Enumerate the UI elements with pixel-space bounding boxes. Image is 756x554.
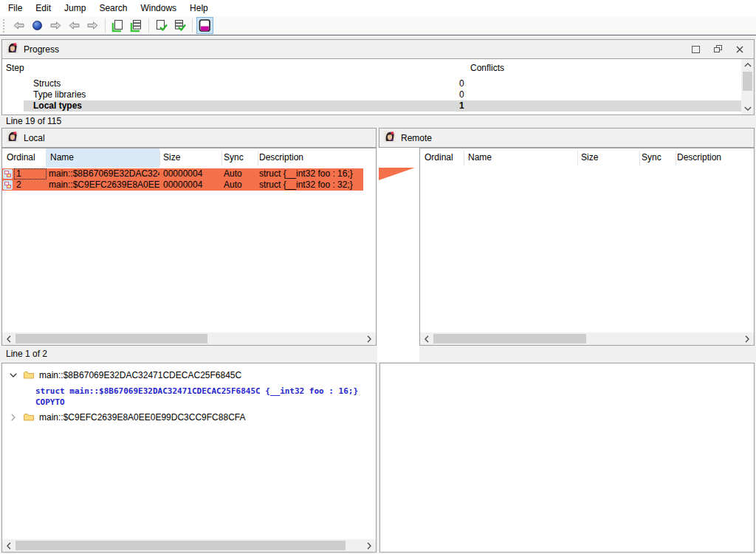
menu-item-search[interactable]: Search — [92, 1, 134, 16]
column-separator — [258, 151, 258, 165]
remote-types-table: OrdinalNameSizeSyncDescription — [419, 148, 755, 346]
back-arrow-icon[interactable] — [10, 17, 27, 34]
column-separator — [221, 151, 222, 165]
restore-icon[interactable] — [714, 45, 722, 53]
scroll-left-icon[interactable] — [3, 332, 15, 345]
toolbar-separator — [105, 18, 106, 33]
local-type-row[interactable]: 1main::$8B67069E32DAC324...00000004Autos… — [2, 168, 363, 179]
close-icon[interactable] — [736, 46, 743, 53]
conflicts-column-header[interactable]: Conflicts — [470, 63, 504, 73]
menu-bar: FileEditJumpSearchWindowsHelp — [0, 0, 756, 16]
column-header-ordinal[interactable]: Ordinal — [7, 152, 35, 163]
chevron-right-icon[interactable] — [8, 414, 18, 421]
toolbar-separator — [148, 18, 149, 33]
cell-ordinal: 2 — [16, 179, 21, 191]
column-header-name[interactable]: Name — [50, 152, 74, 163]
maximize-icon[interactable] — [692, 46, 700, 53]
local-type-row[interactable]: 2main::$C9EFC2639E8A0EE0...00000004Autos… — [2, 179, 363, 191]
merge-gutter — [377, 148, 419, 362]
folder-icon — [24, 371, 34, 381]
tree-item-label[interactable]: main::$8B67069E32DAC32471CDECAC25F6845C — [39, 370, 241, 380]
workspace: Progress Step Conflicts Structs0Type lib… — [0, 35, 756, 554]
scrollbar-thumb[interactable] — [16, 334, 207, 343]
scroll-right-icon[interactable] — [363, 539, 375, 552]
step-row[interactable]: Type libraries0 — [24, 89, 741, 100]
conflict-detail-tree: main::$8B67069E32DAC32471CDECAC25F6845Cs… — [1, 363, 377, 553]
scroll-right-icon[interactable] — [363, 332, 375, 345]
column-separator — [676, 151, 676, 165]
column-header-sync[interactable]: Sync — [224, 152, 244, 163]
menu-item-file[interactable]: File — [1, 1, 29, 16]
step-row[interactable]: Local types1 — [24, 100, 741, 112]
scrollbar-thumb[interactable] — [433, 334, 586, 343]
ida-app-icon — [7, 42, 18, 56]
ida-app-icon — [7, 131, 18, 145]
cell-description: struct {__int32 foo : 32;} — [259, 179, 353, 191]
current-position-icon[interactable] — [29, 17, 46, 34]
column-separator — [464, 151, 464, 165]
conflict-count: 1 — [459, 100, 464, 112]
folder-icon — [24, 413, 34, 423]
forward-arrow2-icon[interactable] — [84, 17, 101, 34]
step-label: Structs — [33, 78, 61, 89]
database-list-icon[interactable] — [128, 17, 145, 34]
scroll-down-icon[interactable] — [741, 103, 754, 114]
validate-list-icon[interactable] — [171, 17, 188, 34]
menu-item-help[interactable]: Help — [183, 1, 215, 16]
merge-view-icon[interactable] — [196, 17, 213, 34]
column-header-size[interactable]: Size — [163, 152, 180, 163]
step-row[interactable]: Structs0 — [24, 78, 741, 89]
local-horizontal-scrollbar — [2, 332, 376, 345]
scroll-right-icon[interactable] — [741, 332, 753, 345]
ida-app-icon — [384, 131, 396, 145]
local-pane-titlebar[interactable]: Local — [1, 128, 377, 148]
type-code-line[interactable]: struct main::$8B67069E32DAC32471CDECAC25… — [35, 386, 358, 397]
toolbar-separator — [192, 18, 193, 33]
type-code-line[interactable]: COPYTO — [35, 397, 65, 408]
forward-arrow-icon[interactable] — [47, 17, 64, 34]
local-types-table: OrdinalNameSizeSyncDescription 1main::$8… — [1, 148, 377, 346]
column-header-name[interactable]: Name — [468, 152, 492, 163]
column-header-size[interactable]: Size — [581, 152, 598, 163]
line-status-top: Line 19 of 115 — [0, 115, 756, 128]
back-arrow2-icon[interactable] — [66, 17, 83, 34]
chevron-down-icon[interactable] — [8, 373, 18, 377]
column-separator — [577, 151, 578, 165]
local-table-header: OrdinalNameSizeSyncDescription — [2, 148, 376, 168]
scroll-left-icon[interactable] — [421, 332, 433, 345]
remote-horizontal-scrollbar — [420, 332, 754, 345]
cell-sync: Auto — [224, 168, 242, 179]
scroll-left-icon[interactable] — [3, 539, 15, 552]
local-pane-title: Local — [24, 133, 45, 143]
column-header-description[interactable]: Description — [677, 152, 721, 163]
conflict-count: 0 — [459, 78, 464, 89]
progress-step-table: Step Conflicts Structs0Type libraries0Lo… — [1, 59, 755, 115]
menu-item-edit[interactable]: Edit — [29, 1, 58, 16]
cell-sync: Auto — [224, 179, 242, 191]
step-label: Type libraries — [33, 89, 86, 100]
new-database-icon[interactable] — [109, 17, 126, 34]
validate-database-icon[interactable] — [153, 17, 170, 34]
remote-pane-titlebar[interactable]: Remote — [379, 128, 755, 148]
progress-titlebar[interactable]: Progress — [1, 39, 755, 59]
tree-item[interactable]: main::$8B67069E32DAC32471CDECAC25F6845C — [2, 369, 376, 381]
step-column-header[interactable]: Step — [6, 63, 24, 73]
scroll-up-icon[interactable] — [741, 59, 754, 71]
tree-item-label[interactable]: main::$C9EFC2639E8A0EE0E99DC3CC9FC88CFA — [39, 412, 245, 423]
step-label: Local types — [33, 100, 82, 111]
tree-item[interactable]: main::$C9EFC2639E8A0EE0E99DC3CC9FC88CFA — [2, 411, 376, 423]
column-separator — [159, 151, 160, 165]
column-header-ordinal[interactable]: Ordinal — [425, 152, 453, 163]
scrollbar-thumb[interactable] — [743, 72, 752, 91]
struct-type-icon — [3, 180, 13, 190]
menu-item-jump[interactable]: Jump — [58, 1, 92, 16]
cell-ordinal: 1 — [16, 168, 21, 179]
struct-type-icon — [3, 169, 13, 179]
scrollbar-thumb[interactable] — [16, 541, 346, 550]
toolbar-drag-handle[interactable] — [3, 19, 7, 33]
remote-table-header: OrdinalNameSizeSyncDescription — [420, 148, 754, 168]
column-header-sync[interactable]: Sync — [642, 152, 662, 163]
column-header-description[interactable]: Description — [259, 152, 303, 163]
column-separator — [639, 151, 640, 165]
menu-item-windows[interactable]: Windows — [134, 1, 183, 16]
